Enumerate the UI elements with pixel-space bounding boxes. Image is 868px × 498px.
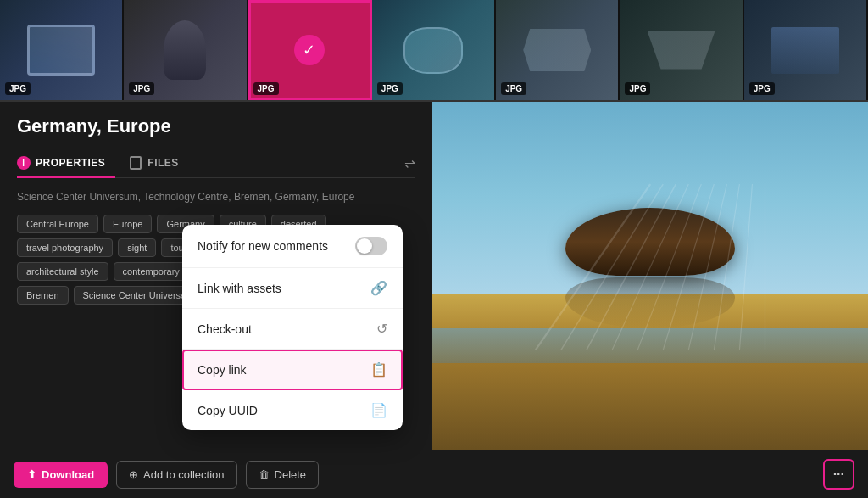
svg-line-1 <box>561 184 663 350</box>
link-icon: 🔗 <box>370 280 387 296</box>
svg-line-0 <box>536 184 650 350</box>
bottom-toolbar: ⬆ Download ⊕ Add to collection 🗑 Delete … <box>0 450 868 498</box>
context-menu: Notify for new comments Link with assets… <box>182 225 403 430</box>
filmstrip-item-6[interactable]: JPG <box>620 0 743 100</box>
menu-copy-link-label: Copy link <box>198 363 247 377</box>
menu-notify[interactable]: Notify for new comments <box>182 225 403 268</box>
tag-contemporary[interactable]: contemporary <box>114 262 189 281</box>
format-badge: JPG <box>625 82 650 95</box>
more-options-button[interactable]: ··· <box>823 459 854 490</box>
format-badge: JPG <box>749 82 775 95</box>
format-badge: JPG <box>501 82 526 95</box>
asset-title: Germany, Europe <box>17 115 415 137</box>
selected-check-icon: ✓ <box>294 35 325 65</box>
filmstrip-item-2[interactable]: JPG <box>124 0 248 100</box>
tab-files[interactable]: FILES <box>129 149 189 178</box>
plus-icon: ⊕ <box>129 468 138 481</box>
svg-line-7 <box>714 184 739 350</box>
checkout-icon: ↺ <box>376 321 387 337</box>
structure-svg <box>520 171 781 363</box>
tag-bremen[interactable]: Bremen <box>17 286 69 305</box>
asset-description: Science Center Universum, Technology Cen… <box>17 190 415 204</box>
filmstrip: JPG JPG ✓ JPG JPG JPG JPG JPG <box>0 0 868 102</box>
tag-travel-photography[interactable]: travel photography <box>17 238 113 257</box>
filmstrip-item-1[interactable]: JPG <box>0 0 124 100</box>
right-panel <box>432 102 868 450</box>
add-to-collection-button[interactable]: ⊕ Add to collection <box>116 461 236 489</box>
svg-line-5 <box>663 184 714 350</box>
svg-line-8 <box>739 184 752 350</box>
menu-notify-label: Notify for new comments <box>198 239 328 253</box>
delete-button[interactable]: 🗑 Delete <box>246 461 320 489</box>
info-icon: i <box>17 156 31 170</box>
filmstrip-item-4[interactable]: JPG <box>372 0 496 100</box>
format-badge: JPG <box>5 82 31 95</box>
menu-copy-uuid[interactable]: Copy UUID 📄 <box>182 390 403 430</box>
files-icon <box>129 156 142 170</box>
download-button[interactable]: ⬆ Download <box>14 462 108 488</box>
menu-link-assets[interactable]: Link with assets 🔗 <box>182 268 403 309</box>
sort-icon[interactable]: ⇌ <box>404 155 415 171</box>
tag-architectural-style[interactable]: architectural style <box>17 262 108 281</box>
format-badge: JPG <box>377 82 403 95</box>
copy-icon: 📋 <box>370 361 387 378</box>
filmstrip-item-5[interactable]: JPG <box>496 0 620 100</box>
menu-link-label: Link with assets <box>198 282 281 295</box>
menu-copy-uuid-label: Copy UUID <box>198 404 258 417</box>
trash-icon: 🗑 <box>259 468 270 481</box>
main-content: Germany, Europe i PROPERTIES FILES ⇌ Sci… <box>0 102 868 450</box>
download-icon: ⬆ <box>27 468 36 481</box>
svg-line-2 <box>587 184 676 350</box>
tab-properties[interactable]: i PROPERTIES <box>17 149 115 178</box>
notify-toggle[interactable] <box>355 237 387 255</box>
menu-checkout-label: Check-out <box>198 322 252 336</box>
format-badge: JPG <box>129 82 154 95</box>
filmstrip-item-3[interactable]: ✓ JPG <box>248 0 372 100</box>
tag-sight[interactable]: sight <box>118 238 156 257</box>
svg-line-3 <box>612 184 688 350</box>
tag-science-center[interactable]: Science Center Universe <box>74 286 196 305</box>
main-image <box>432 102 868 450</box>
tag-europe[interactable]: Europe <box>103 215 152 233</box>
svg-line-6 <box>688 184 726 350</box>
tabs: i PROPERTIES FILES ⇌ <box>17 149 415 178</box>
uuid-icon: 📄 <box>370 402 387 418</box>
tag-central-europe[interactable]: Central Europe <box>17 215 98 233</box>
format-badge: JPG <box>253 82 279 95</box>
menu-copy-link[interactable]: Copy link 📋 <box>182 350 403 390</box>
menu-checkout[interactable]: Check-out ↺ <box>182 309 403 350</box>
filmstrip-item-7[interactable]: JPG <box>744 0 868 100</box>
